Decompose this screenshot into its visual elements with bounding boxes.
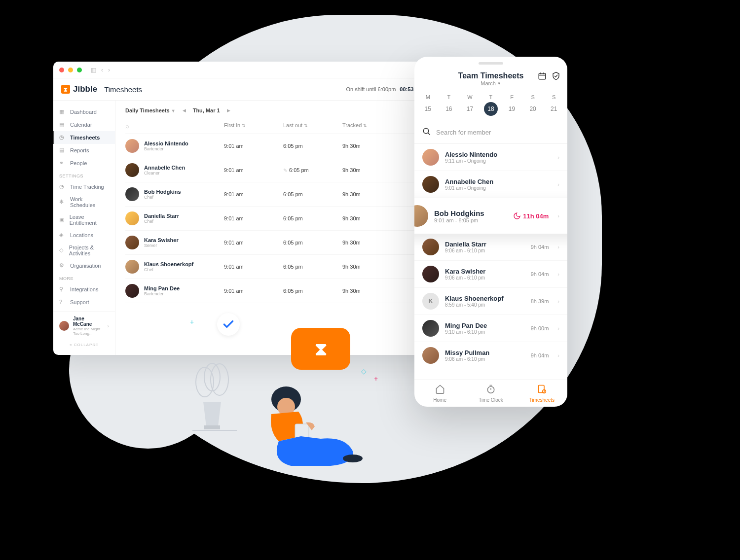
svg-rect-18 xyxy=(539,385,545,393)
day-number: 16 xyxy=(442,102,456,116)
day-19[interactable]: F19 xyxy=(505,94,519,116)
col-last-out[interactable]: Last out ⇅ xyxy=(283,122,342,130)
day-21[interactable]: S21 xyxy=(547,94,561,116)
cell-last-out: ✎6:05 pm xyxy=(283,167,342,173)
table-row[interactable]: Kara SwisherServer9:01 am6:05 pm9h 30m xyxy=(125,231,453,255)
col-first-in[interactable]: First in ⇅ xyxy=(224,122,283,130)
calendar-icon[interactable] xyxy=(538,71,547,82)
chevron-right-icon: › xyxy=(557,244,559,250)
sidebar-item-support[interactable]: ?Support xyxy=(53,296,115,309)
member-time: 8h 39m xyxy=(531,298,549,304)
sidebar-item-locations[interactable]: ◈Locations xyxy=(53,229,115,242)
svg-point-2 xyxy=(204,363,220,391)
col-tracked[interactable]: Tracked ⇅ xyxy=(342,122,402,130)
cell-first-in: 9:01 am xyxy=(224,167,283,173)
day-16[interactable]: T16 xyxy=(442,94,456,116)
minimize-window-icon[interactable] xyxy=(68,68,73,72)
member-name: Annabelle Chen xyxy=(445,178,493,185)
sidebar-label: Locations xyxy=(70,232,93,238)
avatar xyxy=(125,236,139,249)
day-name: T xyxy=(484,94,498,100)
tab-home[interactable]: Home xyxy=(414,384,465,403)
cell-first-in: 9:01 am xyxy=(224,240,283,245)
member-row[interactable]: Missy Pullman9:06 am - 6:10 pm9h 04m› xyxy=(414,342,567,369)
table-row[interactable]: Annabelle ChenCleaner9:01 am✎6:05 pm9h 3… xyxy=(125,158,453,182)
nav-forward-icon[interactable]: › xyxy=(108,67,110,73)
table-row[interactable]: Klaus ShoenerkopfChef9:01 am6:05 pm9h 30… xyxy=(125,255,453,279)
search-bar[interactable]: Search for member xyxy=(414,121,567,144)
avatar: K xyxy=(422,293,439,310)
sidebar-item-integrations[interactable]: ⚲Integrations xyxy=(53,283,115,296)
day-17[interactable]: W17 xyxy=(463,94,477,116)
member-row[interactable]: Alessio Nintendo9:11 am - Ongoing› xyxy=(414,144,567,171)
sidebar-item-organisation[interactable]: ⚙Organisation xyxy=(53,259,115,272)
day-number: 15 xyxy=(421,102,435,116)
sidebar-item-people[interactable]: ⚭People xyxy=(53,157,115,170)
shield-icon[interactable] xyxy=(552,71,560,82)
current-date[interactable]: Thu, Mar 1 xyxy=(193,107,220,113)
jibble-icon: ⧗ xyxy=(61,85,70,94)
sidebar-item-calendar[interactable]: ▤Calendar xyxy=(53,118,115,131)
day-20[interactable]: S20 xyxy=(526,94,540,116)
member-meta: 9:06 am - 6:10 pm xyxy=(445,248,486,253)
sidebar-label: Dashboard xyxy=(70,109,97,115)
sidebar-item-time-tracking[interactable]: ◔Time Tracking xyxy=(53,180,115,193)
sidebar-item-leave-entitlement[interactable]: ▣Leave Entitlement xyxy=(53,211,115,229)
close-window-icon[interactable] xyxy=(59,68,64,72)
chevron-right-icon: › xyxy=(557,181,559,187)
chevron-right-icon: › xyxy=(557,271,559,277)
svg-line-14 xyxy=(428,133,430,135)
search-icon[interactable]: ⌕ xyxy=(125,122,129,130)
day-15[interactable]: M15 xyxy=(421,94,435,116)
nav-back-icon[interactable]: ‹ xyxy=(101,67,103,73)
sparkle-icon: ◇ xyxy=(361,367,367,375)
shift-label: On shift until 6:00pm xyxy=(346,86,396,92)
person-name: Ming Pan Dee xyxy=(144,285,180,291)
sidebar-label: Reports xyxy=(70,147,89,153)
person-name: Klaus Shoenerkopf xyxy=(144,261,193,267)
user-avatar xyxy=(59,321,69,331)
sidebar-toggle-icon[interactable]: ▥ xyxy=(91,67,96,73)
sidebar-item-work-schedules[interactable]: ✻Work Schedules xyxy=(53,193,115,211)
tab-timesheets[interactable]: Timesheets xyxy=(517,384,567,403)
brand-logo[interactable]: ⧗ Jibble xyxy=(61,84,97,94)
tab-time-clock[interactable]: Time Clock xyxy=(465,384,516,403)
member-row[interactable]: Annabelle Chen9:01 am - Ongoing› xyxy=(414,171,567,198)
maximize-window-icon[interactable] xyxy=(77,68,82,72)
member-row[interactable]: Daniella Starr9:06 am - 6:10 pm9h 04m› xyxy=(414,234,567,261)
table-row[interactable]: Alessio NintendoBartender9:01 am6:05 pm9… xyxy=(125,134,453,158)
chevron-down-icon: ▼ xyxy=(497,81,501,86)
user-name: Jane McCane xyxy=(73,316,103,327)
avatar xyxy=(125,187,139,201)
person-role: Cleaner xyxy=(144,171,185,175)
sidebar-item-reports[interactable]: ▤Reports xyxy=(53,144,115,157)
member-row[interactable]: Ming Pan Dee9:10 am - 6:10 pm9h 00m› xyxy=(414,315,567,342)
table-row[interactable]: Bob HodgkinsChef9:01 am6:05 pm9h 30m xyxy=(125,182,453,207)
table-row[interactable]: Daniella StarrChef9:01 am6:05 pm9h 30m xyxy=(125,207,453,231)
jibble-icon: ⧗ xyxy=(315,339,327,359)
nav-icon: ◔ xyxy=(59,183,66,190)
date-next-button[interactable]: ▶ xyxy=(227,108,230,113)
collapse-button[interactable]: « COLLAPSE xyxy=(53,340,115,350)
sidebar-label: Projects & Activities xyxy=(69,245,109,256)
date-prev-button[interactable]: ◀ xyxy=(183,108,186,113)
person-role: Server xyxy=(144,243,179,248)
sidebar-label: Time Tracking xyxy=(70,184,104,190)
member-row[interactable]: Kara Swisher9:06 am - 6:10 pm9h 04m› xyxy=(414,261,567,288)
page-title: Timesheets xyxy=(104,85,142,94)
sidebar-item-timesheets[interactable]: ◷Timesheets xyxy=(53,131,115,144)
member-row[interactable]: KKlaus Shoenerkopf8:59 am - 5:40 pm8h 39… xyxy=(414,288,567,315)
plant-illustration xyxy=(183,352,242,431)
sidebar-user[interactable]: Jane McCane Acme Inc Might Too Long... › xyxy=(53,312,115,340)
sidebar-item-dashboard[interactable]: ▦Dashboard xyxy=(53,105,115,118)
day-number: 20 xyxy=(526,102,540,116)
sidebar-item-projects-&-activities[interactable]: ◇Projects & Activities xyxy=(53,242,115,259)
view-selector[interactable]: Daily Timesheets ▼ xyxy=(125,107,176,113)
window-titlebar: ▥ ‹ › xyxy=(53,62,463,78)
day-name: S xyxy=(547,94,561,100)
member-row[interactable]: Bob Hodgkins9:01 am - 8:05 pm11h 04m› xyxy=(414,198,567,234)
chevron-right-icon: › xyxy=(557,154,559,160)
nav-icon: ✻ xyxy=(59,199,66,206)
day-18[interactable]: T18 xyxy=(484,94,498,116)
avatar xyxy=(125,139,139,153)
